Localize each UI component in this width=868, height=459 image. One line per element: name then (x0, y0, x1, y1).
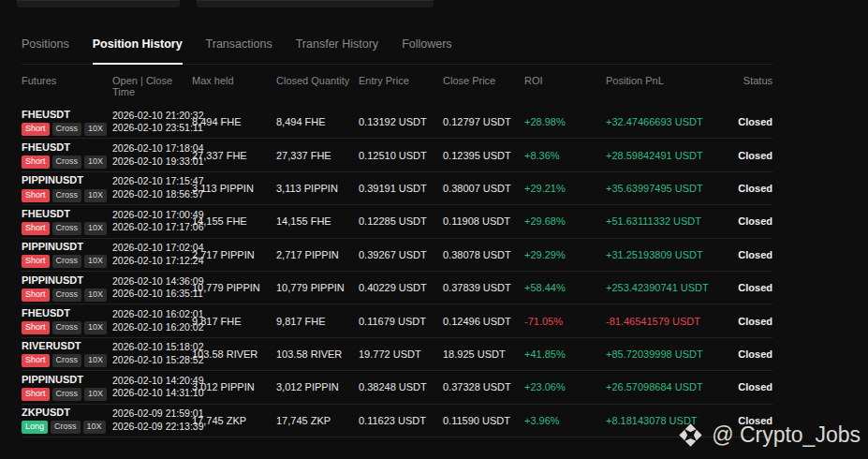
futures-cell: RIVERUSDT Short Cross 10X (22, 340, 112, 367)
close-price-cell: 0.12797 USDT (443, 116, 524, 127)
open-time: 2026-02-10 17:02:04 (112, 242, 192, 255)
futures-symbol: PIPPINUSDT (22, 241, 112, 252)
closed-quantity-cell: 9,817 FHE (276, 316, 359, 327)
max-held-cell: 9,817 FHE (192, 316, 276, 327)
watermark: @ Crypto_Jobs (678, 422, 861, 448)
leverage-badge: 10X (84, 189, 107, 202)
pnl-cell: +28.59842491 USDT (606, 150, 726, 161)
tab-transactions[interactable]: Transactions (206, 37, 272, 64)
futures-cell: PIPPINUSDT Short Cross 10X (22, 274, 112, 302)
roi-cell: +29.21% (524, 183, 606, 194)
time-cell: 2026-02-10 14:36:09 2026-02-10 16:35:11 (112, 275, 192, 301)
status-cell: Closed (726, 348, 772, 360)
futures-cell: FHEUSDT Short Cross 10X (22, 141, 112, 169)
futures-symbol: RIVERUSDT (22, 340, 112, 351)
status-cell: Closed (726, 282, 772, 293)
entry-price-cell: 0.12285 USDT (359, 215, 443, 227)
open-time: 2026-02-10 17:15:47 (112, 175, 192, 188)
table-header-row: Futures Open | Close Time Max held Close… (22, 65, 772, 106)
badge-group: Short Cross 10X (22, 255, 112, 268)
roi-cell: +28.98% (524, 116, 606, 127)
tab-bar: Positions Position History Transactions … (22, 0, 772, 65)
max-held-cell: 27,337 FHE (192, 150, 276, 161)
table-row: RIVERUSDT Short Cross 10X 2026-02-10 15:… (22, 338, 772, 371)
open-time: 2026-02-10 14:20:49 (112, 375, 192, 388)
close-time: 2026-02-10 16:20:02 (112, 321, 192, 334)
futures-cell: PIPPINUSDT Short Cross 10X (22, 374, 112, 401)
max-held-cell: 10,779 PIPPIN (192, 282, 276, 293)
table-row: PIPPINUSDT Short Cross 10X 2026-02-10 17… (22, 172, 772, 205)
margin-mode-badge: Cross (52, 354, 82, 367)
futures-symbol: FHEUSDT (22, 141, 112, 153)
futures-symbol: FHEUSDT (22, 109, 112, 120)
leverage-badge: 10X (84, 354, 107, 367)
time-cell: 2026-02-10 16:02:01 2026-02-10 16:20:02 (112, 308, 192, 333)
roi-cell: +41.85% (524, 348, 606, 360)
leverage-badge: 10X (84, 123, 107, 136)
side-badge: Short (22, 354, 50, 367)
closed-quantity-cell: 2,717 PIPPIN (276, 249, 359, 260)
header-open-close-time: Open | Close Time (112, 75, 192, 97)
futures-cell: PIPPINUSDT Short Cross 10X (22, 241, 112, 268)
margin-mode-badge: Cross (52, 388, 82, 401)
side-badge: Short (22, 155, 50, 169)
badge-group: Short Cross 10X (22, 189, 112, 202)
futures-cell: FHEUSDT Short Cross 10X (22, 307, 112, 334)
roi-cell: +23.06% (524, 381, 606, 392)
margin-mode-badge: Cross (52, 321, 82, 334)
time-cell: 2026-02-10 15:18:02 2026-02-10 15:28:52 (112, 341, 192, 366)
closed-quantity-cell: 3,012 PIPPIN (276, 381, 359, 392)
entry-price-cell: 0.39191 USDT (359, 183, 443, 194)
margin-mode-badge: Cross (52, 155, 82, 169)
tab-position-history[interactable]: Position History (93, 37, 183, 65)
close-time: 2026-02-10 17:17:06 (112, 221, 192, 234)
futures-symbol: FHEUSDT (22, 208, 112, 219)
open-time: 2026-02-10 14:36:09 (112, 275, 192, 289)
closed-quantity-cell: 27,337 FHE (276, 150, 359, 161)
roi-cell: +3.96% (524, 415, 606, 426)
status-cell: Closed (726, 150, 772, 161)
max-held-cell: 2,717 PIPPIN (192, 249, 276, 260)
close-price-cell: 0.11590 USDT (443, 415, 524, 426)
closed-quantity-cell: 10,779 PIPPIN (276, 282, 359, 293)
pnl-cell: +31.25193809 USDT (606, 249, 726, 260)
tab-positions[interactable]: Positions (22, 37, 69, 64)
max-held-cell: 14,155 FHE (192, 215, 276, 227)
tab-followers[interactable]: Followers (402, 37, 452, 64)
side-badge: Short (22, 289, 50, 302)
status-cell: Closed (726, 116, 772, 127)
badge-group: Short Cross 10X (22, 123, 112, 136)
diamond-logo-icon (678, 422, 703, 448)
side-badge: Short (22, 189, 50, 202)
time-cell: 2026-02-09 21:59:01 2026-02-09 22:13:39 (112, 407, 192, 433)
side-badge: Short (22, 388, 50, 401)
badge-group: Short Cross 10X (22, 388, 112, 401)
close-price-cell: 0.12395 USDT (443, 150, 524, 161)
side-badge: Long (22, 421, 48, 434)
closed-quantity-cell: 8,494 FHE (276, 116, 359, 127)
entry-price-cell: 0.40229 USDT (359, 282, 443, 293)
futures-cell: FHEUSDT Short Cross 10X (22, 208, 112, 235)
margin-mode-badge: Cross (52, 222, 82, 235)
close-price-cell: 0.38078 USDT (443, 249, 524, 260)
close-price-cell: 0.11908 USDT (443, 215, 524, 227)
max-held-cell: 8,494 FHE (192, 116, 276, 127)
close-price-cell: 18.925 USDT (443, 348, 524, 360)
entry-price-cell: 0.38248 USDT (359, 381, 443, 392)
futures-symbol: PIPPINUSDT (22, 174, 112, 185)
status-cell: Closed (726, 381, 772, 392)
table-row: PIPPINUSDT Short Cross 10X 2026-02-10 14… (22, 272, 772, 304)
header-status: Status (726, 75, 772, 97)
open-time: 2026-02-10 17:00:49 (112, 209, 192, 222)
table-row: FHEUSDT Short Cross 10X 2026-02-10 16:02… (22, 304, 772, 337)
entry-price-cell: 0.11623 USDT (359, 415, 443, 426)
closed-quantity-cell: 17,745 ZKP (276, 415, 359, 426)
close-price-cell: 0.12496 USDT (443, 316, 524, 327)
futures-symbol: PIPPINUSDT (22, 274, 112, 286)
pnl-cell: +32.47466693 USDT (606, 116, 726, 127)
tab-transfer-history[interactable]: Transfer History (296, 37, 378, 64)
time-cell: 2026-02-10 17:00:49 2026-02-10 17:17:06 (112, 209, 192, 234)
side-badge: Short (22, 321, 50, 334)
pnl-cell: +51.63111332 USDT (606, 215, 726, 227)
margin-mode-badge: Cross (52, 255, 82, 268)
